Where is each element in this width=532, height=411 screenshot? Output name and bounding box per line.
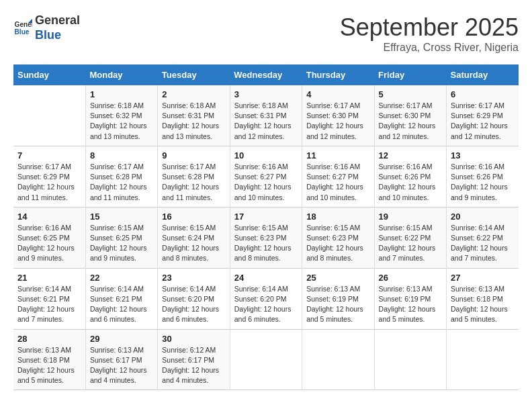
page-header: General Blue General Blue September 2025…	[13, 13, 519, 54]
calendar-cell	[302, 329, 374, 390]
day-header-wednesday: Wednesday	[230, 64, 302, 85]
calendar-cell: 17Sunrise: 6:15 AM Sunset: 6:23 PM Dayli…	[230, 207, 302, 268]
day-info: Sunrise: 6:13 AM Sunset: 6:19 PM Dayligh…	[379, 284, 442, 325]
calendar-cell	[374, 329, 446, 390]
calendar-cell: 13Sunrise: 6:16 AM Sunset: 6:26 PM Dayli…	[447, 146, 519, 207]
month-title: September 2025	[340, 13, 519, 42]
calendar-cell: 6Sunrise: 6:17 AM Sunset: 6:29 PM Daylig…	[447, 85, 519, 146]
day-info: Sunrise: 6:14 AM Sunset: 6:21 PM Dayligh…	[17, 284, 81, 325]
day-info: Sunrise: 6:16 AM Sunset: 6:27 PM Dayligh…	[306, 162, 369, 203]
day-info: Sunrise: 6:17 AM Sunset: 6:29 PM Dayligh…	[17, 162, 81, 203]
day-number: 9	[162, 150, 225, 161]
calendar-cell: 2Sunrise: 6:18 AM Sunset: 6:31 PM Daylig…	[158, 85, 230, 146]
calendar-week-2: 7Sunrise: 6:17 AM Sunset: 6:29 PM Daylig…	[13, 146, 519, 207]
calendar-cell: 20Sunrise: 6:14 AM Sunset: 6:22 PM Dayli…	[447, 207, 519, 268]
calendar-cell: 3Sunrise: 6:18 AM Sunset: 6:31 PM Daylig…	[230, 85, 302, 146]
calendar-cell: 16Sunrise: 6:15 AM Sunset: 6:24 PM Dayli…	[158, 207, 230, 268]
day-info: Sunrise: 6:16 AM Sunset: 6:27 PM Dayligh…	[234, 162, 298, 203]
calendar-cell: 15Sunrise: 6:15 AM Sunset: 6:25 PM Dayli…	[85, 207, 157, 268]
logo-line1: General	[35, 13, 80, 28]
day-number: 6	[451, 89, 515, 99]
calendar-cell: 7Sunrise: 6:17 AM Sunset: 6:29 PM Daylig…	[13, 146, 85, 207]
day-info: Sunrise: 6:15 AM Sunset: 6:23 PM Dayligh…	[234, 223, 298, 264]
day-number: 22	[90, 273, 153, 283]
calendar-cell: 25Sunrise: 6:13 AM Sunset: 6:19 PM Dayli…	[302, 268, 374, 329]
day-number: 8	[90, 150, 153, 161]
calendar-cell: 30Sunrise: 6:12 AM Sunset: 6:17 PM Dayli…	[158, 329, 230, 390]
day-header-friday: Friday	[374, 64, 446, 85]
calendar-cell: 24Sunrise: 6:14 AM Sunset: 6:20 PM Dayli…	[230, 268, 302, 329]
day-info: Sunrise: 6:14 AM Sunset: 6:22 PM Dayligh…	[451, 223, 515, 264]
day-header-saturday: Saturday	[447, 64, 519, 85]
day-number: 18	[306, 212, 369, 222]
day-number: 2	[162, 89, 225, 99]
day-info: Sunrise: 6:16 AM Sunset: 6:25 PM Dayligh…	[17, 223, 81, 264]
day-info: Sunrise: 6:18 AM Sunset: 6:31 PM Dayligh…	[162, 101, 225, 142]
day-info: Sunrise: 6:15 AM Sunset: 6:22 PM Dayligh…	[379, 223, 442, 264]
day-number: 16	[162, 212, 225, 222]
calendar-cell: 26Sunrise: 6:13 AM Sunset: 6:19 PM Dayli…	[374, 268, 446, 329]
day-info: Sunrise: 6:17 AM Sunset: 6:28 PM Dayligh…	[90, 162, 153, 203]
day-info: Sunrise: 6:13 AM Sunset: 6:18 PM Dayligh…	[17, 345, 81, 386]
calendar-cell: 29Sunrise: 6:13 AM Sunset: 6:17 PM Dayli…	[85, 329, 157, 390]
day-info: Sunrise: 6:17 AM Sunset: 6:29 PM Dayligh…	[451, 101, 515, 142]
day-number: 21	[17, 273, 81, 283]
calendar-table: SundayMondayTuesdayWednesdayThursdayFrid…	[13, 64, 519, 390]
day-info: Sunrise: 6:16 AM Sunset: 6:26 PM Dayligh…	[451, 162, 515, 203]
day-number: 4	[306, 89, 369, 99]
day-number: 15	[90, 212, 153, 222]
day-info: Sunrise: 6:18 AM Sunset: 6:31 PM Dayligh…	[234, 101, 298, 142]
day-info: Sunrise: 6:15 AM Sunset: 6:24 PM Dayligh…	[162, 223, 225, 264]
calendar-cell: 5Sunrise: 6:17 AM Sunset: 6:30 PM Daylig…	[374, 85, 446, 146]
day-info: Sunrise: 6:17 AM Sunset: 6:30 PM Dayligh…	[306, 101, 369, 142]
title-area: September 2025 Effraya, Cross River, Nig…	[340, 13, 519, 54]
day-number: 14	[17, 212, 81, 222]
day-number: 3	[234, 89, 298, 99]
calendar-cell: 18Sunrise: 6:15 AM Sunset: 6:23 PM Dayli…	[302, 207, 374, 268]
calendar-cell: 4Sunrise: 6:17 AM Sunset: 6:30 PM Daylig…	[302, 85, 374, 146]
day-info: Sunrise: 6:14 AM Sunset: 6:21 PM Dayligh…	[90, 284, 153, 325]
day-number: 30	[162, 334, 225, 344]
calendar-cell: 9Sunrise: 6:17 AM Sunset: 6:28 PM Daylig…	[158, 146, 230, 207]
day-number: 7	[17, 150, 81, 161]
day-number: 10	[234, 150, 298, 161]
day-header-tuesday: Tuesday	[158, 64, 230, 85]
calendar-cell: 11Sunrise: 6:16 AM Sunset: 6:27 PM Dayli…	[302, 146, 374, 207]
calendar-cell: 12Sunrise: 6:16 AM Sunset: 6:26 PM Dayli…	[374, 146, 446, 207]
svg-text:Blue: Blue	[15, 28, 30, 36]
day-info: Sunrise: 6:18 AM Sunset: 6:32 PM Dayligh…	[90, 101, 153, 142]
day-number: 26	[379, 273, 442, 283]
day-info: Sunrise: 6:17 AM Sunset: 6:28 PM Dayligh…	[162, 162, 225, 203]
day-number: 17	[234, 212, 298, 222]
calendar-week-5: 28Sunrise: 6:13 AM Sunset: 6:18 PM Dayli…	[13, 329, 519, 390]
calendar-cell	[13, 85, 85, 146]
calendar-week-1: 1Sunrise: 6:18 AM Sunset: 6:32 PM Daylig…	[13, 85, 519, 146]
day-info: Sunrise: 6:14 AM Sunset: 6:20 PM Dayligh…	[234, 284, 298, 325]
day-number: 11	[306, 150, 369, 161]
calendar-cell: 14Sunrise: 6:16 AM Sunset: 6:25 PM Dayli…	[13, 207, 85, 268]
day-header-thursday: Thursday	[302, 64, 374, 85]
day-info: Sunrise: 6:12 AM Sunset: 6:17 PM Dayligh…	[162, 345, 225, 386]
day-number: 25	[306, 273, 369, 283]
calendar-week-4: 21Sunrise: 6:14 AM Sunset: 6:21 PM Dayli…	[13, 268, 519, 329]
logo-icon: General Blue	[13, 19, 32, 38]
day-header-monday: Monday	[85, 64, 157, 85]
day-info: Sunrise: 6:13 AM Sunset: 6:18 PM Dayligh…	[451, 284, 515, 325]
day-number: 13	[451, 150, 515, 161]
day-number: 23	[162, 273, 225, 283]
day-info: Sunrise: 6:15 AM Sunset: 6:25 PM Dayligh…	[90, 223, 153, 264]
calendar-cell: 23Sunrise: 6:14 AM Sunset: 6:20 PM Dayli…	[158, 268, 230, 329]
calendar-cell: 21Sunrise: 6:14 AM Sunset: 6:21 PM Dayli…	[13, 268, 85, 329]
calendar-header-row: SundayMondayTuesdayWednesdayThursdayFrid…	[13, 64, 519, 85]
calendar-cell: 1Sunrise: 6:18 AM Sunset: 6:32 PM Daylig…	[85, 85, 157, 146]
calendar-cell: 10Sunrise: 6:16 AM Sunset: 6:27 PM Dayli…	[230, 146, 302, 207]
day-number: 19	[379, 212, 442, 222]
calendar-cell	[230, 329, 302, 390]
day-number: 29	[90, 334, 153, 344]
calendar-cell: 28Sunrise: 6:13 AM Sunset: 6:18 PM Dayli…	[13, 329, 85, 390]
day-header-sunday: Sunday	[13, 64, 85, 85]
calendar-cell: 22Sunrise: 6:14 AM Sunset: 6:21 PM Dayli…	[85, 268, 157, 329]
day-number: 24	[234, 273, 298, 283]
day-number: 5	[379, 89, 442, 99]
day-number: 28	[17, 334, 81, 344]
